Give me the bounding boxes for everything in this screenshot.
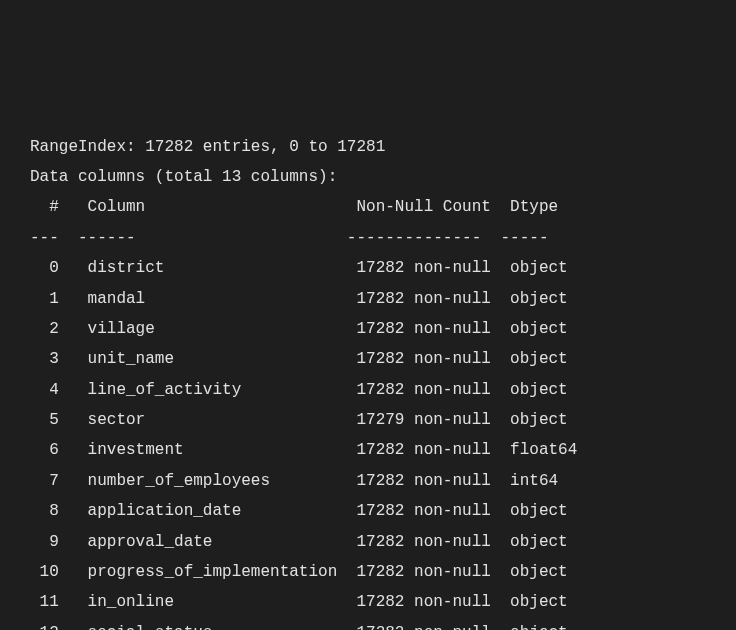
dataframe-info-output: RangeIndex: 17282 entries, 0 to 17281Dat… [30,132,706,630]
data-row: 9 approval_date 17282 non-null object [30,527,706,557]
data-row: 2 village 17282 non-null object [30,314,706,344]
divider-row: --- ------ -------------- ----- [30,223,706,253]
data-row: 4 line_of_activity 17282 non-null object [30,375,706,405]
range-index-line: RangeIndex: 17282 entries, 0 to 17281 [30,132,706,162]
data-row: 3 unit_name 17282 non-null object [30,344,706,374]
data-row: 10 progress_of_implementation 17282 non-… [30,557,706,587]
data-row: 6 investment 17282 non-null float64 [30,435,706,465]
data-row: 1 mandal 17282 non-null object [30,284,706,314]
header-row: # Column Non-Null Count Dtype [30,192,706,222]
data-row: 7 number_of_employees 17282 non-null int… [30,466,706,496]
data-row: 12 social_status 17282 non-null object [30,618,706,630]
data-columns-line: Data columns (total 13 columns): [30,162,706,192]
data-row: 11 in_online 17282 non-null object [30,587,706,617]
data-rows: 0 district 17282 non-null object 1 manda… [30,253,706,630]
data-row: 0 district 17282 non-null object [30,253,706,283]
data-row: 8 application_date 17282 non-null object [30,496,706,526]
data-row: 5 sector 17279 non-null object [30,405,706,435]
